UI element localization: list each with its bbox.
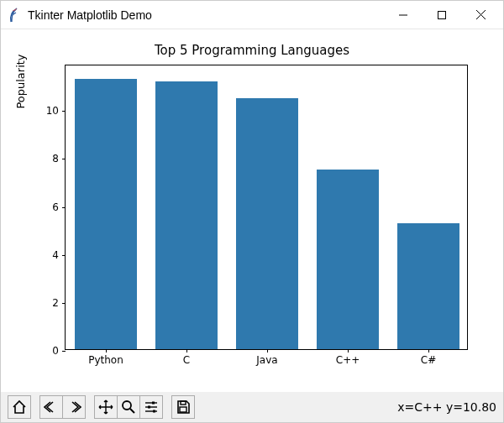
svg-rect-1 bbox=[438, 11, 446, 18]
bar bbox=[155, 81, 218, 349]
nav-toolbar: x=C++ y=10.80 bbox=[1, 392, 503, 422]
svg-rect-10 bbox=[148, 406, 150, 409]
configure-button[interactable] bbox=[139, 395, 163, 419]
bar bbox=[236, 98, 299, 349]
pan-button[interactable] bbox=[94, 395, 118, 419]
svg-point-4 bbox=[123, 401, 131, 410]
bar bbox=[317, 170, 380, 349]
window-title: Tkinter Matplotlib Demo bbox=[28, 8, 152, 22]
chart-title: Top 5 Programming Languages bbox=[1, 43, 503, 58]
svg-rect-13 bbox=[180, 407, 186, 412]
forward-button[interactable] bbox=[62, 395, 86, 419]
x-tick-label: C++ bbox=[336, 354, 360, 366]
zoom-button[interactable] bbox=[117, 395, 140, 419]
svg-rect-11 bbox=[153, 410, 155, 413]
plot-area: 0246810PythonCJavaC++C# bbox=[65, 65, 468, 350]
window-titlebar: Tkinter Matplotlib Demo bbox=[1, 1, 503, 29]
svg-line-5 bbox=[130, 409, 134, 413]
x-tick-label: C bbox=[183, 354, 190, 366]
y-axis-label: Popularity bbox=[14, 0, 31, 224]
home-button[interactable] bbox=[8, 395, 31, 419]
svg-rect-12 bbox=[181, 401, 186, 405]
cursor-coord-readout: x=C++ y=10.80 bbox=[397, 400, 496, 414]
chart-canvas[interactable]: Top 5 Programming Languages Popularity 0… bbox=[1, 29, 503, 392]
bar bbox=[75, 79, 138, 349]
bar bbox=[397, 223, 460, 349]
minimize-button[interactable] bbox=[384, 3, 423, 28]
close-button[interactable] bbox=[461, 3, 500, 28]
x-tick-label: Java bbox=[256, 354, 277, 366]
maximize-button[interactable] bbox=[423, 3, 461, 28]
svg-rect-9 bbox=[152, 402, 155, 405]
save-button[interactable] bbox=[171, 395, 195, 419]
x-tick-label: Python bbox=[88, 354, 123, 366]
back-button[interactable] bbox=[39, 395, 63, 419]
x-tick-label: C# bbox=[421, 354, 436, 366]
